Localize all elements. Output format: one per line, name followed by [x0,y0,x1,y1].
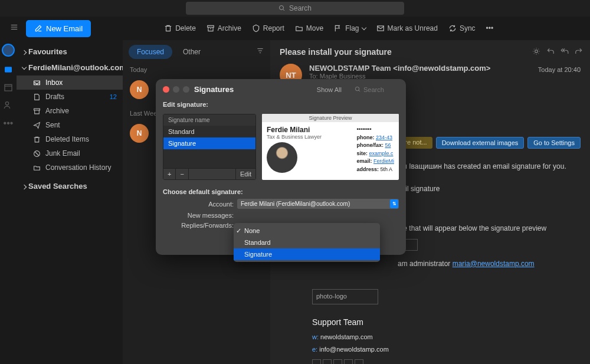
signature-list: Signature name Standard Signature + − Ed… [163,114,256,180]
more-rail-icon[interactable]: ••• [4,118,14,129]
global-search[interactable]: Search [186,2,404,15]
toolbar: New Email Delete Archive Report Move Fla… [0,17,590,40]
reply-all-icon[interactable] [560,47,569,55]
sidebar-item-inbox[interactable]: Inbox [17,76,123,90]
svg-line-13 [35,152,39,156]
signature-row-signature[interactable]: Signature [163,137,255,149]
archive-button[interactable]: Archive [206,24,241,32]
show-all-button[interactable]: Show All [317,86,342,93]
modal-search[interactable] [355,86,399,93]
sync-button[interactable]: Sync [448,24,476,32]
sun-icon[interactable] [532,47,540,55]
chevron-down-icon [22,63,26,72]
svg-point-18 [355,87,359,90]
report-button[interactable]: Report [252,24,284,32]
minimize-icon[interactable] [173,86,179,93]
window-controls[interactable] [163,86,189,93]
remove-signature-button[interactable]: − [176,169,188,179]
svg-point-0 [279,6,283,10]
support-title: Support Team [312,315,581,330]
signature-preview: Signature Preview Ferdie Milani Tax & Bu… [262,114,399,180]
modal-search-input[interactable] [363,86,399,93]
settings-pill[interactable]: Go to Settings [527,137,581,149]
unread-button[interactable]: Mark as Unread [376,24,438,32]
sidebar-item-deleted[interactable]: Deleted Items [17,132,123,146]
signature-dropdown: ✓None Standard Signature [234,223,380,262]
svg-rect-8 [5,84,12,91]
sidebar-item-archive[interactable]: Archive [17,104,123,118]
svg-rect-7 [5,67,12,72]
mail-icon [376,24,385,32]
filter-icon[interactable] [256,47,264,57]
download-images-pill[interactable]: Download external images [436,137,525,149]
search-icon [278,5,286,12]
svg-point-10 [5,102,8,105]
favourites-section[interactable]: Favourites [17,44,123,60]
account-section[interactable]: FerdieMilani@outlook.com [17,60,123,76]
calendar-rail-icon[interactable] [4,83,13,92]
sidebar-item-drafts[interactable]: Drafts12 [17,90,123,104]
people-rail-icon[interactable] [4,100,13,110]
chevron-right-icon [22,182,26,191]
message-time: Today at 20:40 [538,66,581,73]
avatar: N [130,124,149,143]
sidebar-item-sent[interactable]: Sent [17,118,123,132]
edit-signature-label: Edit signature: [156,100,406,109]
svg-line-19 [359,90,360,91]
forward-icon[interactable] [575,47,583,55]
mail-rail-icon[interactable] [4,65,13,74]
compose-icon [34,24,42,32]
avatar: N [130,80,149,99]
choose-default-label: Choose default signature: [156,185,406,196]
folder-move-icon [295,24,303,32]
account-avatar[interactable] [2,44,15,57]
flag-button[interactable]: Flag [334,24,365,32]
signature-row-standard[interactable]: Standard [163,126,255,137]
tab-focused[interactable]: Focused [129,45,172,59]
sync-icon [448,24,457,32]
chevron-down-icon [362,24,366,32]
shield-icon [252,24,260,32]
saved-searches-section[interactable]: Saved Searches [17,178,123,194]
signature-list-header: Signature name [163,114,255,126]
chevron-right-icon [22,47,26,56]
svg-line-1 [283,9,284,11]
preview-avatar [267,142,297,173]
window-titlebar: Search [0,0,590,17]
dropdown-option-standard[interactable]: Standard [234,237,380,248]
svg-rect-5 [208,25,214,27]
inbox-icon [33,79,41,87]
new-email-label: New Email [46,24,83,33]
admin-email-link[interactable]: maria@newoldstamp.com [453,260,535,268]
sender-name: NEWOLDSTAMP Team <info@newoldstamp.com> [309,64,490,73]
new-email-button[interactable]: New Email [26,20,91,37]
select-arrows-icon: ⇅ [390,199,398,208]
move-button[interactable]: Move [295,24,323,32]
preview-name: Ferdie Milani [267,126,352,134]
replies-label: Replies/Forwards: [163,222,237,229]
svg-point-17 [535,50,538,53]
flag-icon [334,24,342,32]
close-icon[interactable] [163,86,169,93]
dropdown-option-signature[interactable]: Signature [234,248,380,260]
hamburger-icon[interactable] [9,23,19,34]
zoom-icon[interactable] [183,86,189,93]
account-select[interactable]: Ferdie Milani (FerdieMilani@outlook.com)… [237,199,399,209]
sidebar-item-junk[interactable]: Junk Email [17,146,123,160]
preview-title: Tax & Business Lawyer [267,134,352,140]
edit-signature-button[interactable]: Edit [235,169,255,179]
modal-title: Signatures [194,85,234,94]
folder-icon [33,164,41,172]
svg-rect-11 [34,109,40,110]
add-signature-button[interactable]: + [163,169,176,179]
tab-other[interactable]: Other [175,45,209,59]
drafts-icon [33,93,41,101]
dropdown-option-none[interactable]: ✓None [234,225,380,237]
more-button[interactable]: ••• [486,24,494,32]
trash-folder-icon [33,136,41,143]
delete-button[interactable]: Delete [164,24,196,32]
sent-icon [33,122,41,129]
sidebar-item-history[interactable]: Conversation History [17,160,123,175]
reply-icon[interactable] [546,47,555,55]
account-label: Account: [163,201,237,208]
